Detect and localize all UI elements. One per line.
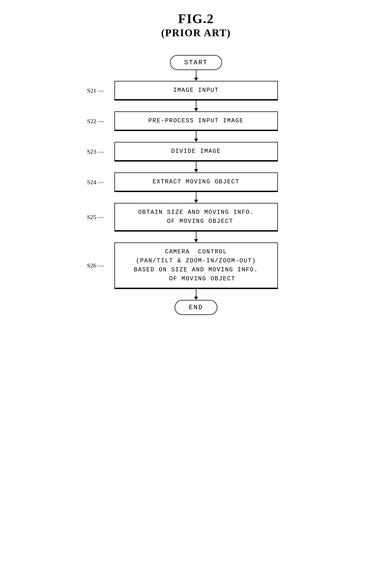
arrow-s23-s24 [194,162,198,172]
start-box: START [170,55,222,70]
arrow-s22-s23 [194,131,198,142]
s24-text: EXTRACT MOVING OBJECT [153,178,239,185]
start-label: START [184,59,208,66]
figure-title: FIG.2 (PRIOR ART) [161,11,231,39]
start-row: START [87,55,305,70]
arrow-head [194,78,198,81]
arrow-s21-s22 [194,101,198,111]
arrow-head [194,239,198,242]
s26-label: S26 ― [87,262,104,269]
end-row: END [87,300,305,315]
arrow-head [194,108,198,111]
figure-title-line1: FIG.2 [161,11,231,27]
arrow-line [196,192,196,200]
s25-box: OBTAIN SIZE AND MOVING INFO. OF MOVING O… [114,203,278,232]
arrow-s24-s25 [194,192,198,203]
s23-box: DIVIDE IMAGE [114,142,278,162]
s25-row: S25 ― OBTAIN SIZE AND MOVING INFO. OF MO… [87,203,305,232]
s26-row: S26 ― CAMERA CONTROL (PAN/TILT & ZOOM-IN… [87,242,305,289]
arrow-line [196,162,196,169]
arrow-line [196,101,196,108]
arrow-line [196,289,196,297]
arrow-head [194,139,198,142]
s24-box: EXTRACT MOVING OBJECT [114,172,278,192]
arrow-line [196,232,196,239]
s22-text: PRE-PROCESS INPUT IMAGE [148,117,244,124]
page-container: FIG.2 (PRIOR ART) START S21 ― IMAGE INPU… [87,11,305,315]
s25-label: S25 ― [87,214,104,221]
s24-row: S24 ― EXTRACT MOVING OBJECT [87,172,305,192]
s26-box: CAMERA CONTROL (PAN/TILT & ZOOM-IN/ZOOM-… [114,242,278,289]
arrow-head [194,200,198,203]
arrow-line [196,131,196,139]
s21-row: S21 ― IMAGE INPUT [87,81,305,101]
s23-row: S23 ― DIVIDE IMAGE [87,142,305,162]
s21-text: IMAGE INPUT [173,87,219,94]
arrow-head [194,169,198,172]
s24-label: S24 ― [87,179,104,186]
arrow-s25-s26 [194,232,198,242]
flowchart: START S21 ― IMAGE INPUT S22 ― PRE-PROCES… [87,55,305,315]
arrow-line [196,70,196,78]
s22-row: S22 ― PRE-PROCESS INPUT IMAGE [87,111,305,131]
s23-text: DIVIDE IMAGE [171,148,221,155]
s22-box: PRE-PROCESS INPUT IMAGE [114,111,278,131]
s23-label: S23 ― [87,148,104,155]
arrow-s26-end [194,289,198,300]
figure-title-line2: (PRIOR ART) [161,27,231,39]
s21-label: S21 ― [87,87,104,94]
end-box: END [175,300,217,315]
s21-box: IMAGE INPUT [114,81,278,101]
s22-label: S22 ― [87,118,104,125]
arrow-start-s21 [194,70,198,81]
end-label: END [189,304,203,311]
arrow-head [194,297,198,300]
